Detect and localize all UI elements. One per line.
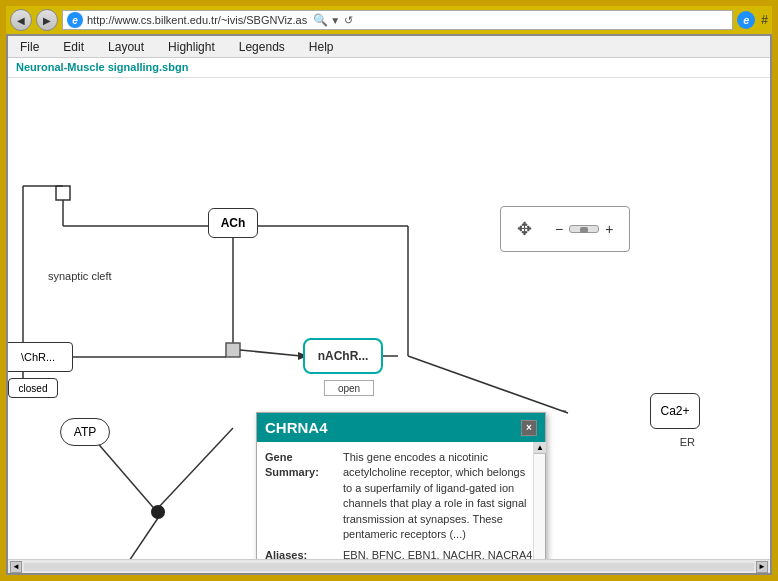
node-ach[interactable]: ACh — [208, 208, 258, 238]
nachr-label: nAChR... — [318, 349, 369, 363]
ie-button[interactable]: e — [737, 11, 755, 29]
hash-label: # — [761, 13, 768, 27]
scroll-right-button[interactable]: ► — [756, 561, 768, 573]
gene-popup-title: CHRNA4 — [265, 419, 328, 436]
browser-content: File Edit Layout Highlight Legends Help … — [6, 34, 772, 575]
aliases-text: EBN, BFNC, EBN1, NACHR, NACRA4, NACHRA4 — [343, 548, 537, 559]
scrollbar-track[interactable] — [24, 563, 754, 571]
pan-icon[interactable]: ✥ — [517, 218, 532, 240]
ie-icon: e — [67, 12, 83, 28]
menu-layout[interactable]: Layout — [104, 38, 148, 56]
node-ca2[interactable]: Ca2+ — [650, 393, 700, 429]
node-atp[interactable]: ATP — [60, 418, 110, 446]
node-achr-left[interactable]: \ChR... — [8, 342, 73, 372]
canvas-area: ACh synaptic cleft \ChR... closed nAChR.… — [8, 78, 770, 559]
label-open: open — [324, 380, 374, 396]
menubar: File Edit Layout Highlight Legends Help — [8, 36, 770, 58]
horizontal-scrollbar[interactable]: ◄ ► — [8, 559, 770, 573]
gene-popup-header: CHRNA4 × — [257, 413, 545, 442]
gene-summary-text: This gene encodes a nicotinic acetylchol… — [343, 450, 537, 542]
menu-legends[interactable]: Legends — [235, 38, 289, 56]
aliases-label: Aliases: — [265, 548, 335, 559]
svg-rect-4 — [226, 343, 240, 357]
browser-titlebar: ◀ ▶ e http://www.cs.bilkent.edu.tr/~ivis… — [6, 6, 772, 34]
address-text: http://www.cs.bilkent.edu.tr/~ivis/SBGNV… — [87, 14, 307, 26]
dot-node — [151, 505, 165, 519]
menu-edit[interactable]: Edit — [59, 38, 88, 56]
svg-line-12 — [123, 518, 158, 559]
scrollbar-up-button[interactable]: ▲ — [534, 442, 546, 454]
node-closed[interactable]: closed — [8, 378, 58, 398]
svg-line-5 — [240, 350, 301, 356]
ach-label: ACh — [221, 216, 246, 230]
address-bar[interactable]: e http://www.cs.bilkent.edu.tr/~ivis/SBG… — [62, 10, 733, 30]
tab-title: Neuronal-Muscle signalling.sbgn — [16, 61, 188, 73]
forward-button[interactable]: ▶ — [36, 9, 58, 31]
gene-summary-label: GeneSummary: — [265, 450, 335, 542]
dropdown-arrow[interactable]: ▼ — [330, 15, 340, 26]
scroll-left-button[interactable]: ◄ — [10, 561, 22, 573]
achr-label: \ChR... — [21, 351, 55, 363]
zoom-controls: − + — [555, 221, 613, 237]
gene-popup: CHRNA4 × GeneSummary: This gene encodes … — [256, 412, 546, 559]
popup-scrollbar[interactable]: ▲ ▼ — [533, 442, 545, 559]
label-er: ER — [680, 436, 695, 448]
svg-line-10 — [408, 356, 568, 413]
node-nachr[interactable]: nAChR... — [303, 338, 383, 374]
zoom-out-icon[interactable]: − — [555, 221, 563, 237]
label-synaptic: synaptic cleft — [48, 270, 112, 282]
tab-bar: Neuronal-Muscle signalling.sbgn — [8, 58, 770, 78]
gene-popup-close-button[interactable]: × — [521, 420, 537, 436]
zoom-in-icon[interactable]: + — [605, 221, 613, 237]
svg-rect-1 — [56, 186, 70, 200]
control-panel: ✥ − + — [500, 206, 630, 252]
menu-file[interactable]: File — [16, 38, 43, 56]
search-icon[interactable]: 🔍 — [313, 13, 328, 27]
gene-popup-body: GeneSummary: This gene encodes a nicotin… — [257, 442, 545, 559]
refresh-icon[interactable]: ↺ — [344, 14, 353, 27]
menu-help[interactable]: Help — [305, 38, 338, 56]
menu-highlight[interactable]: Highlight — [164, 38, 219, 56]
back-button[interactable]: ◀ — [10, 9, 32, 31]
browser-window: ◀ ▶ e http://www.cs.bilkent.edu.tr/~ivis… — [0, 0, 778, 581]
svg-line-13 — [158, 428, 233, 508]
